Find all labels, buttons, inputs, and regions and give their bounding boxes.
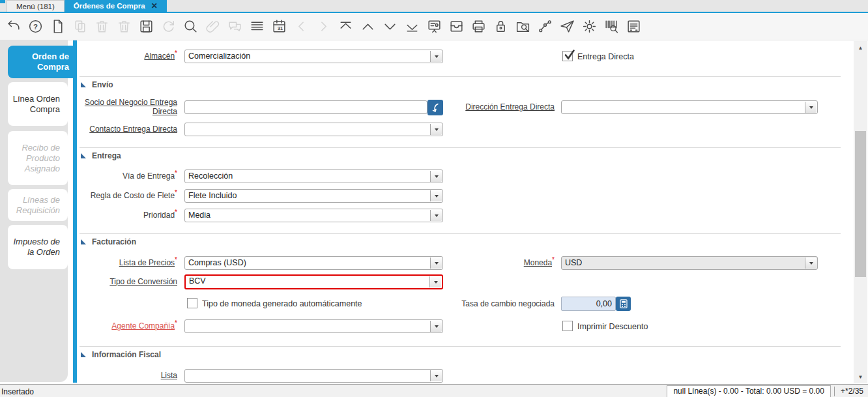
collapse-triangle-icon: [81, 153, 86, 158]
sidebar-tab-linea-orden-compra[interactable]: Línea Orden Compra: [8, 82, 68, 126]
close-tab-icon[interactable]: ✕: [151, 2, 158, 10]
contacto_entrega-field[interactable]: [184, 123, 443, 136]
imprimir_descuento-checkbox-label: Imprimir Descuento: [577, 321, 648, 332]
required-asterisk: *: [552, 256, 555, 263]
via_entrega-value: Recolección: [188, 171, 233, 181]
product-barcode-icon[interactable]: [603, 18, 620, 35]
vertical-scrollbar[interactable]: ▲ ▼: [854, 41, 867, 383]
contacto_entrega-label[interactable]: Contacto Entrega Directa: [80, 123, 177, 136]
section-title: Facturación: [92, 237, 136, 246]
new-record-icon[interactable]: [50, 18, 66, 35]
tab-menu[interactable]: Menú (181): [7, 0, 65, 12]
section-header-informacion-fiscal[interactable]: Información Fiscal: [81, 350, 161, 359]
almacen-label-text: Almacén: [144, 51, 175, 61]
sidebar-tab-label: Líneas de Requisición: [8, 195, 60, 216]
entrega_directa-checkbox[interactable]: [562, 51, 573, 61]
prioridad-label-text: Prioridad: [143, 211, 175, 220]
lista_fiscal-label[interactable]: Lista: [80, 369, 177, 383]
calendar-icon[interactable]: 31: [271, 18, 287, 35]
section-divider: [80, 233, 841, 234]
regla_flete-value: Flete Incluido: [188, 191, 237, 200]
direccion_entrega-label-text: Dirección Entrega Directa: [465, 102, 555, 111]
grid-toggle-icon[interactable]: [249, 18, 265, 35]
dropdown-arrow-icon[interactable]: [430, 124, 442, 135]
dropdown-arrow-icon[interactable]: [430, 171, 442, 182]
lista_fiscal-field[interactable]: [184, 369, 443, 383]
parent-record-icon: [293, 18, 310, 35]
sidebar-tab-label: Orden de Compra: [8, 51, 69, 72]
section-header-envio[interactable]: Envío: [81, 80, 113, 89]
undo-icon[interactable]: [5, 18, 22, 35]
first-record-icon[interactable]: [338, 18, 354, 35]
tasa_cambio-field[interactable]: 0,00: [561, 297, 616, 311]
previous-record-icon[interactable]: [360, 18, 376, 35]
dropdown-arrow-icon[interactable]: [429, 276, 441, 287]
dropdown-arrow-icon[interactable]: [430, 210, 442, 221]
delete-record-icon: [94, 18, 110, 35]
lista_precios-field[interactable]: Compras (USD): [184, 256, 443, 270]
agente_compania-label[interactable]: Agente Compañía*: [80, 319, 177, 333]
scrollbar-thumb[interactable]: [855, 131, 866, 277]
archive-icon[interactable]: [448, 18, 465, 35]
scroll-down-icon[interactable]: ▼: [854, 372, 867, 382]
prioridad-value: Media: [188, 211, 210, 220]
print-icon[interactable]: [470, 18, 487, 35]
next-record-icon[interactable]: [382, 18, 398, 35]
lista_precios-label[interactable]: Lista de Precios*: [80, 256, 177, 270]
almacen-label[interactable]: Almacén*: [80, 50, 177, 63]
calculator-icon[interactable]: [616, 297, 631, 311]
almacen-field[interactable]: Comercialización: [184, 50, 443, 63]
scroll-up-icon[interactable]: ▲: [854, 42, 867, 53]
dropdown-arrow-icon[interactable]: [430, 321, 442, 332]
delete-selection-icon: [116, 18, 132, 35]
tasa_cambio-value: 0,00: [596, 299, 612, 308]
chat-icon: [227, 18, 243, 35]
tipo_conversion-value: BCV: [189, 276, 206, 286]
socio_negocio-field[interactable]: [184, 100, 427, 114]
section-divider: [80, 346, 841, 347]
section-title: Envío: [92, 80, 113, 89]
tipo_conversion-label[interactable]: Tipo de Conversión: [80, 275, 177, 289]
tipo_conversion-field[interactable]: BCV: [184, 274, 443, 289]
status-message: Insertado: [1, 387, 34, 396]
send-request-icon[interactable]: [559, 18, 575, 35]
regla_flete-label: Regla de Costo de Flete*: [80, 189, 177, 203]
moneda-label[interactable]: Moneda*: [417, 256, 555, 270]
agente_compania-label-text: Agente Compañía: [111, 321, 175, 331]
tab-ordenes-de-compra[interactable]: Órdenes de Compra ✕: [65, 0, 167, 12]
section-header-entrega[interactable]: Entrega: [81, 151, 121, 160]
totals-info: null Línea(s) - 0.00 - Total: 0.00 USD =…: [667, 385, 831, 397]
regla_flete-field[interactable]: Flete Incluido: [184, 189, 443, 203]
via_entrega-field[interactable]: Recolección: [184, 169, 443, 183]
moneda-value: USD: [565, 258, 582, 267]
direccion_entrega-field[interactable]: [561, 100, 818, 114]
socio_negocio-label[interactable]: Socio del Negocio Entrega Directa: [80, 98, 177, 116]
sidebar-tab-impuesto-de-la-orden[interactable]: Impuesto de la Orden: [8, 225, 68, 269]
lock-icon[interactable]: [493, 18, 509, 35]
active-tab-strip: [73, 40, 77, 383]
dropdown-arrow-icon[interactable]: [805, 102, 817, 113]
imprimir_descuento-checkbox[interactable]: [562, 321, 573, 331]
direccion_entrega-label[interactable]: Dirección Entrega Directa: [417, 100, 555, 114]
dropdown-arrow-icon[interactable]: [805, 257, 817, 269]
prioridad-field[interactable]: Media: [184, 209, 443, 222]
settings-icon[interactable]: [581, 18, 598, 35]
find-icon[interactable]: [182, 18, 199, 35]
workflow-icon[interactable]: [537, 18, 553, 35]
report-icon[interactable]: [426, 18, 442, 35]
dropdown-arrow-icon[interactable]: [430, 370, 442, 381]
tipo_moneda_auto-checkbox[interactable]: [187, 298, 197, 308]
save-icon[interactable]: [138, 18, 154, 35]
agente_compania-field[interactable]: [184, 319, 443, 333]
last-record-icon[interactable]: [404, 18, 420, 35]
section-header-facturacion[interactable]: Facturación: [81, 237, 136, 246]
dropdown-arrow-icon[interactable]: [430, 190, 442, 201]
moneda-field[interactable]: USD: [561, 256, 818, 270]
lista_fiscal-label-text: Lista: [161, 371, 177, 380]
required-asterisk: *: [175, 209, 177, 216]
dropdown-arrow-icon[interactable]: [430, 51, 442, 62]
form-view-icon[interactable]: [626, 18, 642, 35]
sidebar-tab-orden-de-compra[interactable]: Orden de Compra: [8, 46, 77, 78]
zoom-across-icon[interactable]: [515, 18, 531, 35]
help-icon[interactable]: ?: [27, 18, 44, 35]
